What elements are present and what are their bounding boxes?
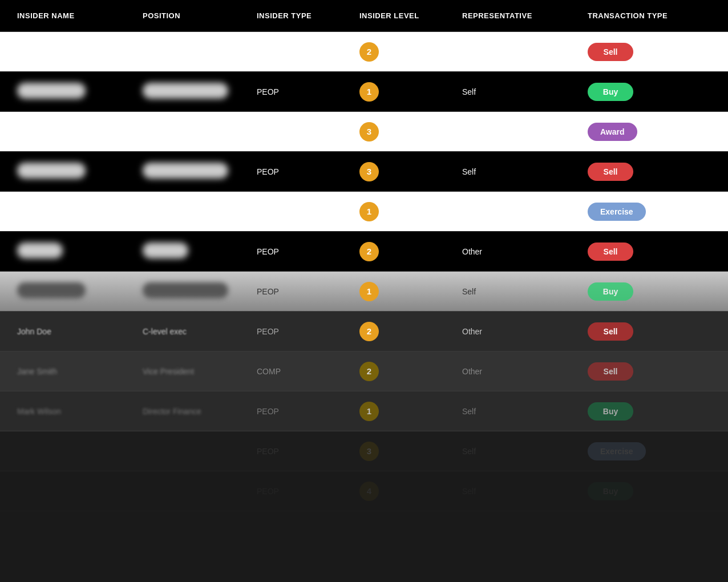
type-cell: PEOP xyxy=(251,161,354,182)
level-badge: 2 xyxy=(359,322,379,341)
name-cell xyxy=(11,486,137,497)
exercise-button[interactable]: Exercise xyxy=(588,203,646,221)
rep-cell xyxy=(456,206,582,217)
table-row: 1 Exercise xyxy=(0,192,728,232)
sell-button[interactable]: Sell xyxy=(588,43,633,61)
rep-cell xyxy=(456,46,582,58)
transaction-cell[interactable]: Buy xyxy=(582,476,717,506)
transaction-cell[interactable]: Sell xyxy=(582,37,717,67)
name-cell: Jane Smith xyxy=(11,361,137,382)
table-row: Jane Smith Vice President COMP 2 Other S… xyxy=(0,351,728,391)
type-cell xyxy=(251,126,354,138)
position-cell: C-level exec xyxy=(137,321,251,342)
name-cell xyxy=(11,237,137,266)
blurred-name xyxy=(17,242,63,258)
transaction-cell[interactable]: Exercise xyxy=(582,197,717,227)
rep-cell: Self xyxy=(456,441,582,462)
header-representative: REPRESENTATIVE xyxy=(456,0,582,31)
position-cell xyxy=(137,237,251,266)
level-cell: 2 xyxy=(354,356,456,387)
position-cell xyxy=(137,206,251,217)
transaction-cell[interactable]: Sell xyxy=(582,317,717,346)
table-row: PEOP 2 Other Sell xyxy=(0,232,728,272)
name-cell: Mark Wilson xyxy=(11,401,137,422)
position-cell xyxy=(137,126,251,138)
table-row: PEOP 3 Self Exercise xyxy=(0,431,728,471)
level-cell: 2 xyxy=(354,37,456,67)
blurred-name xyxy=(17,282,86,298)
type-cell: COMP xyxy=(251,361,354,382)
position-cell xyxy=(137,446,251,457)
sell-button[interactable]: Sell xyxy=(588,322,633,341)
buy-button[interactable]: Buy xyxy=(588,282,633,301)
insider-table: INSIDER NAME POSITION INSIDER TYPE INSID… xyxy=(0,0,728,511)
header-transaction-type: TRANSACTION TYPE xyxy=(582,0,717,31)
name-cell xyxy=(11,446,137,457)
exercise-button[interactable]: Exercise xyxy=(588,442,646,460)
level-cell: 1 xyxy=(354,76,456,107)
sell-button[interactable]: Sell xyxy=(588,242,633,261)
type-cell: PEOP xyxy=(251,241,354,262)
transaction-cell[interactable]: Buy xyxy=(582,397,717,426)
semi-visible-position: Vice President xyxy=(143,367,194,376)
name-cell: John Doe xyxy=(11,321,137,342)
type-cell xyxy=(251,206,354,217)
semi-visible-name: Jane Smith xyxy=(17,367,57,376)
transaction-cell[interactable]: Sell xyxy=(582,237,717,266)
table-header: INSIDER NAME POSITION INSIDER TYPE INSID… xyxy=(0,0,728,32)
header-insider-type: INSIDER TYPE xyxy=(251,0,354,31)
buy-button[interactable]: Buy xyxy=(588,83,633,101)
name-cell xyxy=(11,46,137,58)
position-cell xyxy=(137,77,251,106)
sell-button[interactable]: Sell xyxy=(588,362,633,381)
rep-cell: Other xyxy=(456,361,582,382)
level-badge: 3 xyxy=(359,162,379,181)
transaction-cell[interactable]: Buy xyxy=(582,277,717,306)
award-button[interactable]: Award xyxy=(588,123,637,141)
level-cell: 3 xyxy=(354,116,456,147)
type-cell: PEOP xyxy=(251,441,354,462)
header-insider-name: INSIDER NAME xyxy=(11,0,137,31)
level-badge: 2 xyxy=(359,362,379,381)
transaction-cell[interactable]: Sell xyxy=(582,157,717,187)
level-cell: 2 xyxy=(354,236,456,267)
name-cell xyxy=(11,206,137,217)
type-cell: PEOP xyxy=(251,82,354,102)
transaction-cell[interactable]: Exercise xyxy=(582,436,717,466)
level-cell: 1 xyxy=(354,396,456,427)
semi-visible-position: C-level exec xyxy=(143,327,187,336)
buy-button[interactable]: Buy xyxy=(588,482,633,500)
rep-cell: Self xyxy=(456,161,582,182)
level-badge: 2 xyxy=(359,242,379,261)
level-badge: 4 xyxy=(359,482,379,501)
rep-cell: Self xyxy=(456,281,582,302)
rep-cell: Self xyxy=(456,82,582,102)
level-badge: 1 xyxy=(359,202,379,221)
type-cell: PEOP xyxy=(251,281,354,302)
level-badge: 1 xyxy=(359,82,379,102)
name-cell xyxy=(11,77,137,106)
blurred-position xyxy=(143,163,228,179)
type-cell: PEOP xyxy=(251,401,354,422)
header-position: POSITION xyxy=(137,0,251,31)
header-insider-level: INSIDER LEVEL xyxy=(354,0,456,31)
blurred-name xyxy=(17,163,86,179)
transaction-cell[interactable]: Buy xyxy=(582,77,717,107)
level-cell: 2 xyxy=(354,316,456,347)
transaction-cell[interactable]: Sell xyxy=(582,357,717,386)
table-row: PEOP 1 Self Buy xyxy=(0,272,728,312)
table-row: PEOP 4 Self Buy xyxy=(0,471,728,511)
buy-button[interactable]: Buy xyxy=(588,402,633,421)
rep-cell: Other xyxy=(456,241,582,262)
type-cell: PEOP xyxy=(251,481,354,502)
level-badge: 1 xyxy=(359,402,379,421)
sell-button[interactable]: Sell xyxy=(588,163,633,181)
transaction-cell[interactable]: Award xyxy=(582,117,717,147)
level-badge: 3 xyxy=(359,122,379,142)
table-row: John Doe C-level exec PEOP 2 Other Sell xyxy=(0,312,728,351)
rep-cell xyxy=(456,126,582,138)
level-cell: 1 xyxy=(354,196,456,227)
level-cell: 3 xyxy=(354,436,456,467)
rep-cell: Other xyxy=(456,321,582,342)
table-row: PEOP 1 Self Buy xyxy=(0,72,728,112)
